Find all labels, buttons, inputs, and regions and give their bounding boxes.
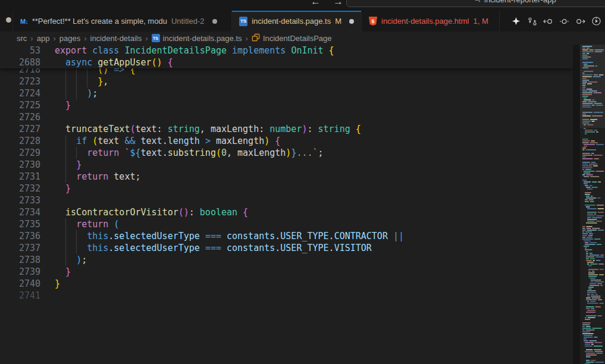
code-token: . [108,231,114,241]
run-menu-icon[interactable] [591,16,601,26]
breadcrumb-item-file[interactable]: incident-details.page.ts [163,34,242,43]
line-number[interactable]: 2739 [0,266,40,278]
tab-badge: 1, M [473,17,488,26]
code-line: 2723 }, [0,76,573,87]
breadcrumb-item-app[interactable]: app [37,34,50,43]
next-change-icon[interactable] [575,16,585,26]
line-number[interactable]: 2723 [0,76,40,87]
line-number[interactable]: 2725 [0,99,40,111]
code-token: ) [87,88,92,99]
line-number[interactable]: 2730 [0,159,40,171]
code-token: } [98,76,103,87]
code-text: truncateText(text: string, maxLength: nu… [55,123,361,135]
code-token: if [76,136,87,146]
line-number[interactable]: 2726 [0,111,40,123]
modified-dot[interactable] [212,19,217,24]
copilot-icon[interactable] [511,16,521,26]
code-token: : [189,207,200,218]
open-change-icon[interactable] [559,16,569,26]
code-line: 2740} [0,278,573,290]
line-number[interactable]: 2731 [0,171,40,183]
navigate-back-icon[interactable]: ← [311,0,321,8]
code-token: return [76,219,108,230]
code-line: 2741 [0,290,573,302]
code-token: . [162,136,168,146]
code-token: maxLength [211,124,259,134]
line-number[interactable]: 2688 [0,57,40,68]
line-number[interactable]: 2727 [0,123,40,135]
line-number[interactable]: 2728 [0,135,40,147]
line-number[interactable]: 2741 [0,290,40,302]
tab-incident-details-page-html[interactable]: 5 incident-details.page.html 1, M [362,11,500,32]
code-token: . [275,231,280,241]
code-token: truncateText [65,124,130,134]
code-token: implements [232,45,286,56]
code-token: maxLength [237,148,286,158]
code-token: ; [135,171,140,182]
code-token: === [205,243,221,253]
code-line: 2737 this.selectedUserType === constants… [0,242,573,254]
code-text: } [55,99,71,111]
line-number[interactable]: 2736 [0,230,40,242]
line-number[interactable]: 2732 [0,183,40,194]
line-number[interactable]: 2729 [0,147,40,159]
code-token: ) [76,255,81,265]
title-bar: ← → incident-reporter-app [0,0,605,11]
code-token [324,45,329,56]
line-number[interactable]: 2724 [0,87,40,99]
code-token: text [141,136,162,146]
line-number[interactable]: 2735 [0,218,40,230]
code-token: : [157,124,168,134]
code-text: } [55,266,71,278]
navigate-forward-icon[interactable]: → [333,0,343,8]
code-token [108,219,114,230]
code-token: string [168,124,200,134]
code-line: 2734 isContractorOrVisitor(): boolean { [0,206,573,218]
line-number[interactable]: 2738 [0,254,40,266]
line-number[interactable]: 2740 [0,278,40,290]
code-token: ; [318,148,324,158]
code-token: ( [216,148,221,158]
tab-incident-details-page-ts[interactable]: TS incident-details.page.ts M [232,11,362,32]
previous-change-icon[interactable] [543,16,553,26]
code-token [269,136,275,146]
line-number[interactable]: 2737 [0,242,40,254]
code-token: CONTRACTOR [334,231,388,241]
code-token: text [141,148,162,158]
code-token [211,136,216,146]
chevron-right-icon: › [145,34,148,43]
breadcrumb-item-pages[interactable]: pages [59,34,80,43]
code-editor[interactable]: 2718 () => {2723 },2724 );2725 }27262727… [0,45,573,364]
minimap[interactable] [580,45,605,364]
code-line: 2738 ); [0,254,573,266]
modified-dot[interactable] [349,19,354,24]
code-line: 2732 } [0,183,573,194]
clipped-tab[interactable] [0,11,13,32]
line-number[interactable]: 53 [0,45,40,57]
code-token: selectedUserType [114,243,200,253]
code-text: }, [55,76,108,87]
code-token: length [168,136,200,146]
code-token: . [329,243,334,253]
line-number[interactable]: 2734 [0,206,40,218]
breadcrumb-item-src[interactable]: src [17,34,27,43]
code-line: 2688 async getAppUser() { [0,57,573,68]
code-token [221,231,227,241]
command-center-search[interactable]: incident-reporter-app [346,0,605,7]
editor-actions [511,11,601,32]
breadcrumb-item-symbol[interactable]: IncidentDetailsPage [263,34,332,43]
code-token: ; [81,255,87,265]
code-token: selectedUserType [114,231,200,241]
code-token: constants [227,231,275,241]
compare-changes-icon[interactable] [527,16,537,26]
code-text: ); [55,87,98,99]
code-text: ); [55,254,87,266]
code-token: } [76,159,81,170]
breadcrumb-item-incident-details[interactable]: incident-details [90,34,142,43]
code-text: if (text && text.length > maxLength) { [55,135,280,147]
code-line: 2733 [0,194,573,206]
code-token [87,45,92,56]
code-lines: 2718 () => {2723 },2724 );2725 }27262727… [0,64,573,364]
tab-untitled-2[interactable]: M↓ **Perfect!** Let's create a simple, m… [13,11,232,32]
line-number[interactable]: 2733 [0,194,40,206]
